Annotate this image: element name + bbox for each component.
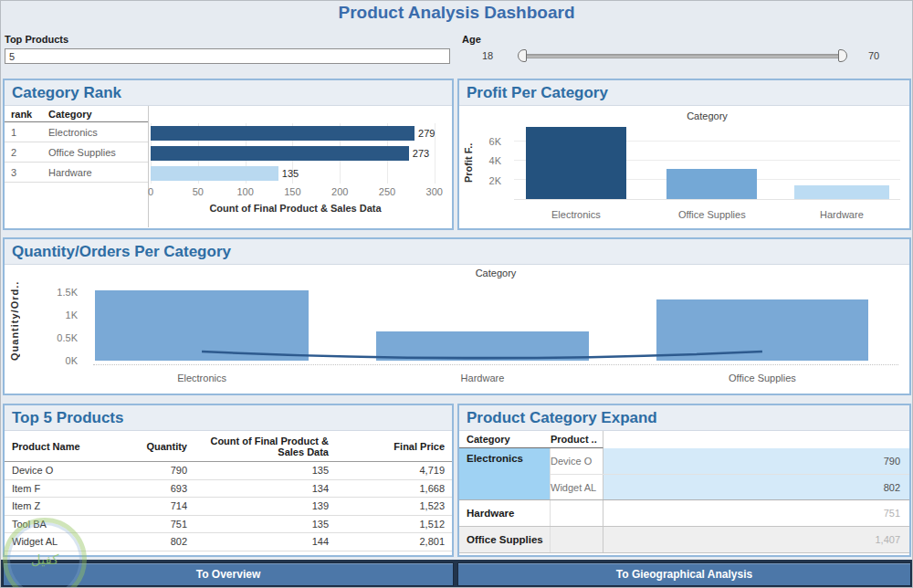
cell: 135 [187,519,329,530]
subrows: Device O790Widget AL802 [551,448,909,499]
rank-cell: 3 [5,167,48,178]
y-tick-0-5k: 0.5K [57,332,78,343]
table-row-hardware[interactable]: 3Hardware [5,163,148,183]
age-slider-max-handle[interactable] [838,49,847,62]
bar-hardware[interactable] [794,185,889,199]
cell: 1,512 [329,519,452,530]
panel-expand-title: Product Category Expand [467,409,657,427]
y-tick-1-5k: 1.5K [57,287,78,298]
product-cell-empty [551,500,603,526]
age-label: Age [462,34,481,45]
top-products-label: Top Products [5,34,68,45]
x-tick-100: 100 [236,186,253,197]
value-cell: 1,407 [603,527,909,552]
bar-value-label: 135 [282,168,299,179]
product-row-device-o[interactable]: Device O790 [551,448,909,474]
bar-row: 273 [151,143,440,163]
panel-quantity-title: Quantity/Orders Per Category [12,243,231,261]
category-row-office-supplies[interactable]: Office Supplies1,407 [459,527,909,553]
category-rank-plot: 279273135 [151,123,440,184]
category-rank-body: rank Category 1Electronics2Office Suppli… [5,106,452,227]
cell: 714 [96,500,187,511]
cell: 4,719 [329,465,452,476]
bar-electronics[interactable] [151,126,415,141]
value-cell: 802 [603,475,909,499]
rank-cell: 1 [5,127,48,138]
cell: 802 [96,536,187,547]
rank-cell: 2 [5,147,48,158]
cell: Item Z [5,500,96,511]
product-cell-empty [551,527,603,552]
age-max-value: 70 [868,50,879,61]
category-cell: Office Supplies [48,147,116,158]
quantity-category-labels: ElectronicsHardwareOffice Supplies [93,373,898,385]
age-min-value: 18 [482,50,493,61]
category-rank-rows: 1Electronics2Office Supplies3Hardware [5,122,148,183]
panel-top5-title: Top 5 Products [12,409,123,427]
category-rank-table: rank Category 1Electronics2Office Suppli… [5,106,149,227]
panel-profit-title: Profit Per Category [467,84,608,102]
cell: 693 [96,483,187,494]
x-tick-0: 0 [148,186,153,197]
table-row-office-supplies[interactable]: 2Office Supplies [5,142,148,163]
table-row-item-z[interactable]: Item Z7141391,523 [5,498,452,516]
table-row-item-f[interactable]: Item F6931341,668 [5,480,452,499]
y-tick-1k: 1K [66,310,78,320]
bar-value-label: 273 [413,148,429,159]
cell: 135 [187,465,329,476]
top-products-input[interactable] [5,48,450,64]
cell: 751 [96,519,187,530]
category-rank-chart: 279273135 050100150200250300 Count of Fi… [150,106,452,227]
cell: 144 [187,536,329,547]
bar-hardware[interactable] [151,166,278,181]
quantity-y-axis: 0K0.5K1K1.5K [5,283,90,361]
panel-category-rank-title: Category Rank [12,84,121,102]
panel-quantity: Quantity/Orders Per Category Category Qu… [3,237,911,395]
quantity-column-title: Category [93,268,898,278]
cell: 2,801 [329,536,452,547]
age-slider-track[interactable] [522,54,843,58]
orders-line[interactable] [202,352,762,358]
expand-body: Category Product .. ElectronicsDevice O7… [459,431,909,554]
quantity-body: Category Quantity/Ord.. 0K0.5K1K1.5K Ele… [5,265,909,393]
category-cell-office-supplies: Office Supplies [459,527,551,552]
expand-values-header [603,431,909,448]
profit-column-title: Category [514,110,900,121]
bar-electronics[interactable] [526,127,626,199]
column-header-quantity: Quantity [96,431,187,461]
expand-table-rows: ElectronicsDevice O790Widget AL802Hardwa… [459,448,909,553]
category-cell: Hardware [48,167,92,178]
orders-line-chart[interactable] [93,283,898,361]
x-tick-50: 50 [193,186,204,197]
x-tick-250: 250 [379,186,395,197]
bottom-nav-bar: To Overview To Gieographical Analysis [1,560,912,588]
category-rank-axis-label: Count of Final Product & Sales Data [151,203,440,214]
y-tick-0k: 0K [66,355,78,366]
panel-profit-header: Profit Per Category [459,80,909,106]
quantity-plot [93,283,898,361]
to-geographical-analysis-button[interactable]: To Gieographical Analysis [457,562,911,586]
category-label-office-supplies: Office Supplies [729,373,796,383]
cell: 1,523 [329,500,452,511]
panel-profit: Profit Per Category Category Profit F.. … [457,79,911,230]
bar-office-supplies[interactable] [666,169,757,199]
category-cell-electronics[interactable]: Electronics [459,448,551,499]
bar-office-supplies[interactable] [151,146,409,161]
watermark-text: كفيل [31,551,59,568]
quantity-axis-line [93,364,898,365]
table-row-electronics[interactable]: 1Electronics [5,122,148,142]
category-label-hardware: Hardware [461,373,505,383]
profit-plot [514,127,900,200]
category-cell: Electronics [48,127,98,138]
table-row-device-o[interactable]: Device O7901354,719 [5,462,452,480]
bar-value-label: 279 [418,128,435,139]
age-slider-min-handle[interactable] [518,49,527,62]
category-label-electronics: Electronics [177,373,226,383]
top5-table-head: Product NameQuantityCount of Final Produ… [5,431,452,462]
category-row-hardware[interactable]: Hardware751 [459,500,909,527]
panel-expand-header: Product Category Expand [459,405,909,431]
value-cell: 790 [603,448,909,474]
product-row-widget-al[interactable]: Widget AL802 [551,474,909,499]
product-cell: Device O [551,448,603,474]
category-column-header: Category [48,109,92,120]
